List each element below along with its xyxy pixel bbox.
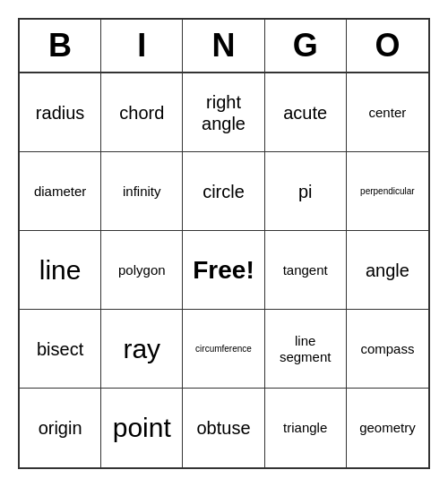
bingo-cell: tangent [265,231,347,310]
cell-label: polygon [118,262,166,278]
cell-label: geometry [359,420,416,436]
cell-label: diameter [34,184,86,200]
cell-label: point [113,412,171,444]
cell-label: radius [36,102,84,124]
bingo-cell: perpendicular [347,152,428,231]
bingo-cell: acute [265,73,347,152]
bingo-cell: circle [183,152,264,231]
cell-label: angle [366,260,409,281]
cell-label: triangle [283,420,327,436]
bingo-cell: radius [20,73,101,152]
bingo-cell: point [101,389,183,467]
cell-label: perpendicular [360,186,415,197]
bingo-cell: compass [347,310,428,389]
bingo-cell: polygon [101,231,183,310]
header-letter: N [183,20,264,72]
bingo-cell: Free! [183,231,264,310]
cell-label: linesegment [280,333,332,365]
bingo-cell: center [347,73,428,152]
cell-label: infinity [123,184,161,200]
bingo-grid: radiuschordrightangleacutecenterdiameter… [20,73,428,467]
cell-label: circle [202,181,245,202]
bingo-cell: angle [347,231,428,310]
bingo-cell: triangle [265,389,347,467]
header-letter: I [101,20,183,72]
bingo-cell: ray [101,310,183,389]
cell-label: rightangle [202,91,246,134]
bingo-cell: geometry [347,389,428,467]
bingo-cell: origin [20,389,101,467]
header-letter: B [20,20,101,72]
cell-label: pi [298,181,313,202]
cell-label: ray [123,333,160,365]
header-letter: G [265,20,347,72]
bingo-cell: diameter [20,152,101,231]
bingo-cell: linesegment [265,310,347,389]
bingo-card: BINGO radiuschordrightangleacutecenterdi… [18,18,430,469]
cell-label: chord [119,102,164,124]
cell-label: center [369,105,407,121]
bingo-cell: rightangle [183,73,264,152]
cell-label: obtuse [196,417,250,439]
cell-label: origin [39,417,82,439]
cell-label: acute [283,102,327,124]
bingo-cell: infinity [101,152,183,231]
bingo-header: BINGO [20,20,428,73]
cell-label: compass [360,341,414,357]
bingo-cell: pi [265,152,347,231]
header-letter: O [347,20,428,72]
bingo-cell: bisect [20,310,101,389]
bingo-cell: circumference [183,310,264,389]
bingo-cell: line [20,231,101,310]
cell-label: line [39,254,82,286]
cell-label: circumference [195,344,252,355]
cell-label: tangent [283,262,328,278]
bingo-cell: chord [101,73,183,152]
cell-label: bisect [37,338,83,360]
bingo-cell: obtuse [183,389,264,467]
cell-label: Free! [193,255,254,286]
